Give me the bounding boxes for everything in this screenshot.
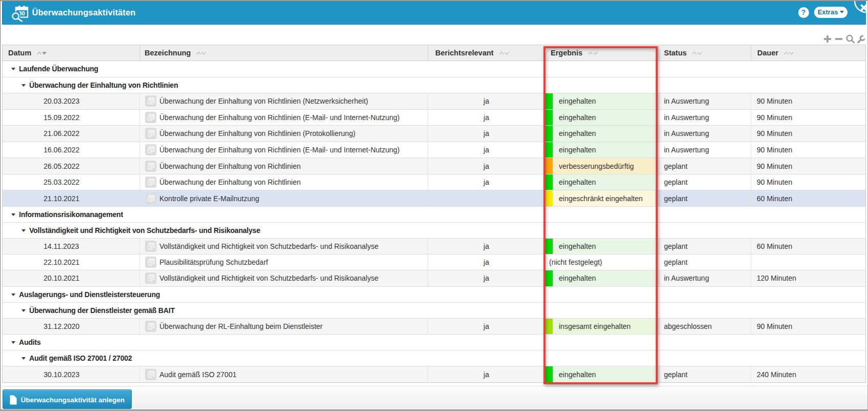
svg-text:10: 10 xyxy=(150,164,154,168)
svg-text:10: 10 xyxy=(150,324,154,328)
svg-text:10: 10 xyxy=(150,261,154,264)
svg-text:10: 10 xyxy=(150,277,154,280)
svg-text:10: 10 xyxy=(150,245,154,248)
svg-text:10: 10 xyxy=(150,180,154,184)
svg-text:10: 10 xyxy=(150,197,154,200)
svg-text:10: 10 xyxy=(150,373,154,376)
svg-text:10: 10 xyxy=(150,115,154,119)
svg-text:10: 10 xyxy=(150,132,154,135)
svg-text:10: 10 xyxy=(150,148,154,151)
svg-text:10: 10 xyxy=(150,100,154,103)
